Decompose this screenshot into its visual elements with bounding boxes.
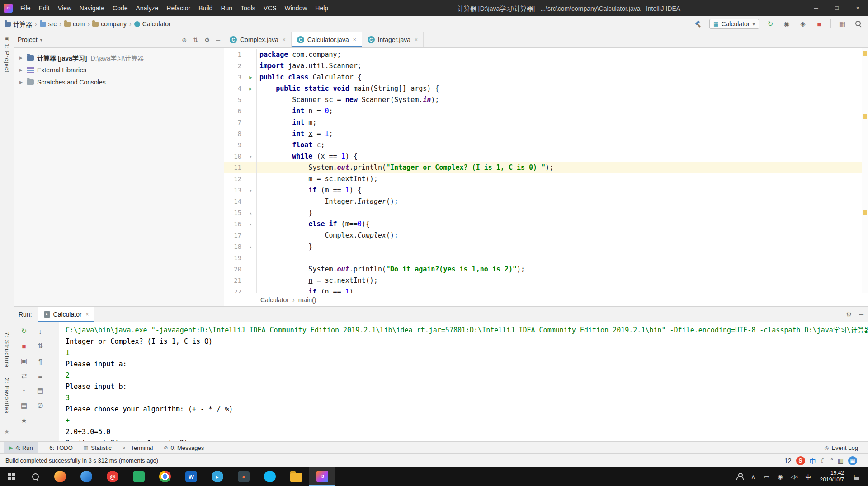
run-settings-gear-button[interactable]: ⚙ — [846, 311, 852, 318]
ime-toolbox[interactable]: ▦ — [848, 456, 857, 465]
code-line-22[interactable]: 22 if (n == 1) — [224, 286, 868, 293]
favorites-star-icon[interactable]: ★ — [4, 428, 9, 435]
fold-icon[interactable]: ▾ — [245, 185, 257, 196]
line-number[interactable]: 19 — [224, 252, 245, 264]
line-number[interactable]: 10 — [224, 151, 245, 162]
editor-breadcrumb-main[interactable]: main() — [298, 296, 316, 304]
ime-lang-zh[interactable]: 中 — [810, 456, 816, 465]
print-console-button[interactable]: ▤ — [35, 385, 46, 396]
code-line-19[interactable]: 19 — [224, 252, 868, 264]
dump-threads-button[interactable]: ▣ — [19, 355, 29, 366]
code-line-17[interactable]: 17 Complex.Complex(); — [224, 230, 868, 241]
event-log-button[interactable]: ◷Event Log — [825, 444, 864, 451]
code-line-10[interactable]: 10▾ while (x == 1) { — [224, 151, 868, 162]
toolwindow-terminal[interactable]: >_Terminal — [117, 442, 159, 454]
taskbar-app-netdisk[interactable]: ● — [231, 467, 257, 486]
taskbar-app-qq[interactable] — [257, 467, 283, 486]
line-number[interactable]: 17 — [224, 230, 245, 241]
line-number[interactable]: 5 — [224, 94, 245, 106]
debug-button[interactable]: ◉ — [782, 19, 792, 29]
tool-windows-button[interactable]: ▦ — [837, 19, 847, 29]
settings-gear-button[interactable]: ⚙ — [204, 37, 210, 43]
line-number[interactable]: 14 — [224, 196, 245, 207]
line-number[interactable]: 16 — [224, 219, 245, 230]
taskbar-app-browser-red[interactable]: @ — [99, 467, 126, 486]
coverage-button[interactable]: ◈ — [798, 19, 808, 29]
tray-ime-zh[interactable]: 中 — [805, 472, 812, 481]
taskbar-app-explorer[interactable] — [283, 467, 309, 486]
collapse-all-button[interactable]: ⇅ — [193, 37, 198, 43]
run-config-selector[interactable]: ▦Calculator▾ — [709, 19, 759, 29]
history-up-button[interactable]: ↑ — [19, 385, 29, 396]
editor-scrollbar[interactable] — [862, 48, 868, 293]
menu-analyze[interactable]: Analyze — [132, 0, 163, 16]
stop-button[interactable]: ■ — [814, 19, 824, 29]
action-center-button[interactable]: ▤ — [848, 467, 866, 486]
breadcrumb-item-src[interactable]: src — [40, 20, 57, 28]
tab-calculator-java[interactable]: CCalculator.java× — [292, 32, 362, 47]
tab-intager-java[interactable]: CIntager.java× — [362, 32, 424, 47]
line-number[interactable]: 20 — [224, 264, 245, 275]
tree-item-java[interactable]: ▶计算器 [java学习]D:\java学习\计算器 — [14, 51, 224, 64]
project-panel-title[interactable]: Project — [18, 36, 38, 43]
fold-icon[interactable]: ▾ — [245, 219, 257, 230]
menu-help[interactable]: Help — [311, 0, 332, 16]
minimize-button[interactable]: ─ — [806, 0, 826, 16]
fold-icon[interactable]: ▴ — [245, 207, 257, 219]
menu-tools[interactable]: Tools — [236, 0, 259, 16]
editor-breadcrumb-calculator[interactable]: Calculator — [260, 296, 289, 304]
code-line-2[interactable]: 2import java.util.Scanner; — [224, 61, 868, 72]
tray-camera[interactable]: ◉ — [777, 473, 784, 480]
taskbar-app-firefox[interactable] — [47, 467, 73, 486]
sogou-logo[interactable]: S — [796, 456, 805, 465]
menu-view[interactable]: View — [54, 0, 75, 16]
scroll-to-end-button[interactable]: ↓ — [35, 326, 46, 336]
close-tab-icon[interactable]: × — [415, 37, 418, 43]
line-number[interactable]: 21 — [224, 275, 245, 286]
code-line-16[interactable]: 16▾ else if (m==0){ — [224, 219, 868, 230]
code-editor[interactable]: 1package com.company;2import java.util.S… — [224, 48, 868, 293]
line-number[interactable]: 1 — [224, 49, 245, 61]
menu-file[interactable]: File — [16, 0, 35, 16]
ime-fullhalf-moon[interactable]: ☾ — [821, 457, 826, 464]
line-number[interactable]: 4 — [224, 83, 245, 94]
line-number[interactable]: 12 — [224, 173, 245, 185]
line-number[interactable]: 9 — [224, 140, 245, 151]
close-tab-icon[interactable]: × — [283, 37, 286, 43]
menu-code[interactable]: Code — [108, 0, 132, 16]
clear-console-button[interactable]: ∅ — [35, 400, 46, 411]
breadcrumb-item-calculator[interactable]: Calculator — [134, 20, 171, 28]
line-number[interactable]: 7 — [224, 117, 245, 128]
taskbar-clock[interactable]: 19:42 2019/10/7 — [816, 467, 848, 486]
fold-icon[interactable]: ▴ — [245, 241, 257, 252]
expand-arrow-icon[interactable]: ▶ — [19, 80, 27, 84]
line-number[interactable]: 18 — [224, 241, 245, 252]
chevron-down-icon[interactable]: ▾ — [40, 37, 43, 43]
build-project-button[interactable] — [693, 19, 703, 29]
line-number[interactable]: 3 — [224, 72, 245, 83]
pin-tab-button[interactable]: ★ — [19, 415, 29, 426]
line-number[interactable]: 8 — [224, 128, 245, 140]
soft-wrap-button[interactable]: ¶ — [35, 355, 46, 366]
stripe-7-structure[interactable]: 7: Structure — [4, 332, 10, 368]
code-line-7[interactable]: 7 int m; — [224, 117, 868, 128]
navigate-stack-button[interactable]: ⇅ — [35, 341, 46, 351]
run-button[interactable]: ↻ — [765, 19, 775, 29]
tray-chevron-up[interactable]: ∧ — [750, 473, 757, 480]
search-everywhere-button[interactable] — [854, 19, 863, 29]
tray-people[interactable] — [736, 473, 743, 480]
menu-window[interactable]: Window — [281, 0, 311, 16]
code-line-11[interactable]: 11 System.out.println("Intager or Comple… — [224, 162, 868, 173]
menu-vcs[interactable]: VCS — [259, 0, 281, 16]
stripe-2-favorites[interactable]: 2: Favorites — [4, 378, 10, 414]
code-line-8[interactable]: 8 int x = 1; — [224, 128, 868, 140]
close-button[interactable]: × — [847, 0, 868, 16]
code-line-20[interactable]: 20 System.out.println("Do it again?(yes … — [224, 264, 868, 275]
run-line-icon[interactable]: ▶ — [245, 83, 257, 94]
tab-complex-java[interactable]: CComplex.java× — [224, 32, 292, 47]
tree-item-scratches-and-consoles[interactable]: ▶Scratches and Consoles — [14, 76, 224, 88]
code-line-14[interactable]: 14 Intager.Intager(); — [224, 196, 868, 207]
line-number[interactable]: 2 — [224, 61, 245, 72]
run-line-icon[interactable]: ▶ — [245, 72, 257, 83]
taskbar-app-telegram[interactable]: ▸ — [204, 467, 231, 486]
